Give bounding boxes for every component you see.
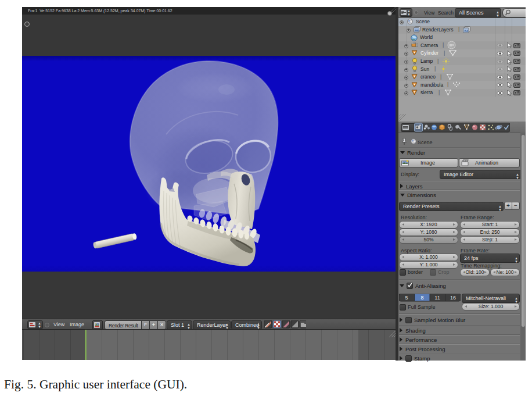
svg-text:16: 16	[450, 295, 456, 301]
svg-text:11: 11	[434, 295, 440, 301]
svg-text:5: 5	[405, 295, 408, 301]
svg-text:8: 8	[420, 295, 423, 301]
